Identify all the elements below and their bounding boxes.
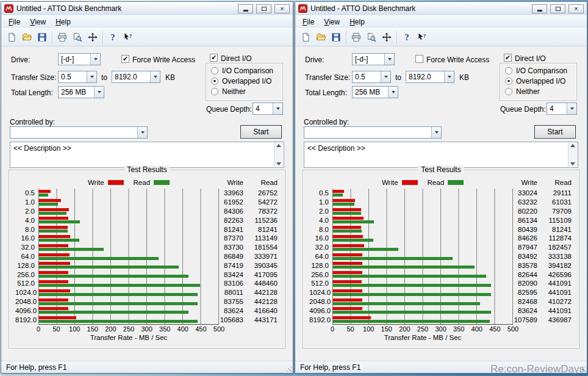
queue-depth-dropdown-button[interactable] xyxy=(273,103,282,114)
print-preview-button[interactable] xyxy=(364,30,379,44)
total-length-dropdown-button[interactable] xyxy=(388,87,398,98)
neither-radio[interactable] xyxy=(211,88,218,95)
read-value: 112874 xyxy=(545,234,573,242)
close-button[interactable]: × xyxy=(274,4,290,13)
scroll-down-icon[interactable] xyxy=(570,162,575,165)
io-comparison-radio[interactable] xyxy=(211,67,218,74)
neither-radio[interactable] xyxy=(505,88,512,95)
new-document-button[interactable] xyxy=(298,30,313,44)
transfer-to-value: 8192.0 xyxy=(406,71,444,82)
read-value: 115109 xyxy=(545,217,573,224)
write-value: 84626 xyxy=(513,234,545,242)
io-comparison-label[interactable]: I/O Comparison xyxy=(222,67,273,75)
context-help-button[interactable]: ? xyxy=(415,30,429,44)
transfer-from-dropdown-button[interactable] xyxy=(87,71,96,82)
open-button[interactable] xyxy=(20,30,34,44)
transfer-to-dropdown-button[interactable] xyxy=(150,71,160,82)
description-scrollbar[interactable] xyxy=(274,143,283,167)
maximize-button[interactable] xyxy=(256,4,271,13)
pan-button[interactable] xyxy=(379,30,394,44)
total-length-combobox[interactable]: 256 MB xyxy=(352,86,398,98)
read-value: 417095 xyxy=(251,271,279,278)
minimize-button[interactable] xyxy=(238,4,253,13)
total-length-combobox[interactable]: 256 MB xyxy=(58,86,104,98)
overlapped-io-label[interactable]: Overlapped I/O xyxy=(516,77,565,85)
force-write-access-checkbox[interactable]: ✔ xyxy=(121,55,129,63)
queue-depth-combobox[interactable]: 4 xyxy=(253,103,283,115)
controlled-by-dropdown-button[interactable] xyxy=(137,127,147,138)
transfer-to-combobox[interactable]: 8192.0 xyxy=(406,71,454,83)
chart-plot-cell xyxy=(38,306,219,315)
io-comparison-label[interactable]: I/O Comparison xyxy=(516,67,567,75)
read-bar xyxy=(38,239,79,242)
start-button[interactable]: Start xyxy=(534,125,576,139)
scroll-down-icon[interactable] xyxy=(276,162,281,165)
overlapped-io-radio[interactable]: ● xyxy=(505,78,512,85)
context-help-button[interactable]: ? xyxy=(121,30,135,44)
save-button[interactable] xyxy=(35,30,49,44)
overlapped-io-radio[interactable]: ● xyxy=(211,78,218,85)
controlled-by-combobox[interactable] xyxy=(304,126,442,139)
io-comparison-radio[interactable] xyxy=(505,67,512,74)
transfer-from-combobox[interactable]: 0.5 xyxy=(352,71,391,83)
menu-file[interactable]: File xyxy=(298,16,319,27)
menu-help[interactable]: Help xyxy=(345,16,370,27)
drive-combobox[interactable]: [-d-] xyxy=(58,53,101,65)
menu-help[interactable]: Help xyxy=(51,16,76,27)
total-length-dropdown-button[interactable] xyxy=(94,87,104,98)
transfer-from-dropdown-button[interactable] xyxy=(381,71,390,82)
direct-io-checkbox[interactable]: ✔ xyxy=(210,54,218,62)
help-button[interactable]: ? xyxy=(400,30,414,44)
close-button[interactable]: × xyxy=(568,4,584,13)
overlapped-io-label[interactable]: Overlapped I/O xyxy=(222,77,271,85)
axis-tick: 450 xyxy=(195,325,206,333)
description-scrollbar[interactable] xyxy=(568,143,577,167)
neither-label[interactable]: Neither xyxy=(516,87,540,96)
read-bar xyxy=(38,320,198,323)
read-value: 333971 xyxy=(251,253,279,260)
help-button[interactable]: ? xyxy=(106,30,120,44)
drive-dropdown-button[interactable] xyxy=(384,54,394,65)
force-write-access-checkbox[interactable] xyxy=(415,55,423,63)
transfer-from-combobox[interactable]: 0.5 xyxy=(58,71,97,83)
transfer-to-combobox[interactable]: 8192.0 xyxy=(112,71,160,83)
drive-dropdown-button[interactable] xyxy=(90,54,100,65)
minimize-button[interactable] xyxy=(532,4,547,13)
controlled-by-dropdown-button[interactable] xyxy=(431,127,441,138)
new-document-button[interactable] xyxy=(4,30,19,44)
start-button[interactable]: Start xyxy=(240,125,282,139)
menu-file[interactable]: File xyxy=(4,16,25,27)
transfer-to-value: 8192.0 xyxy=(112,71,150,82)
direct-io-checkbox[interactable]: ✔ xyxy=(504,54,512,62)
neither-label[interactable]: Neither xyxy=(222,87,246,96)
titlebar[interactable]: Untitled - ATTO Disk Benchmark × xyxy=(1,2,293,15)
write-value: 87947 xyxy=(513,244,545,251)
status-text: For Help, press F1 xyxy=(300,363,360,372)
queue-depth-dropdown-button[interactable] xyxy=(567,103,576,114)
menu-view[interactable]: View xyxy=(25,16,51,27)
menu-view[interactable]: View xyxy=(319,16,345,27)
queue-depth-combobox[interactable]: 4 xyxy=(547,103,577,115)
print-button[interactable] xyxy=(349,30,364,44)
save-button[interactable] xyxy=(329,30,343,44)
drive-combobox[interactable]: [-d-] xyxy=(352,53,395,65)
print-button[interactable] xyxy=(55,30,70,44)
controlled-by-label: Controlled by: xyxy=(304,118,349,126)
chevron-down-icon xyxy=(94,58,98,60)
print-preview-button[interactable] xyxy=(70,30,85,44)
force-write-access-label[interactable]: Force Write Access xyxy=(132,56,195,64)
scroll-up-icon[interactable] xyxy=(570,144,575,147)
titlebar[interactable]: Untitled - ATTO Disk Benchmark × xyxy=(295,2,587,15)
force-write-access-label[interactable]: Force Write Access xyxy=(426,56,489,64)
transfer-to-dropdown-button[interactable] xyxy=(444,71,454,82)
resize-grip[interactable] xyxy=(284,364,292,372)
pan-button[interactable] xyxy=(85,30,100,44)
maximize-button[interactable] xyxy=(550,4,565,13)
direct-io-label[interactable]: Direct I/O xyxy=(221,54,252,63)
controlled-by-combobox[interactable] xyxy=(10,126,148,139)
scroll-up-icon[interactable] xyxy=(276,144,281,147)
open-button[interactable] xyxy=(314,30,328,44)
chart-plot-cell xyxy=(38,189,219,198)
write-value: 33024 xyxy=(513,189,545,197)
direct-io-label[interactable]: Direct I/O xyxy=(515,54,546,63)
